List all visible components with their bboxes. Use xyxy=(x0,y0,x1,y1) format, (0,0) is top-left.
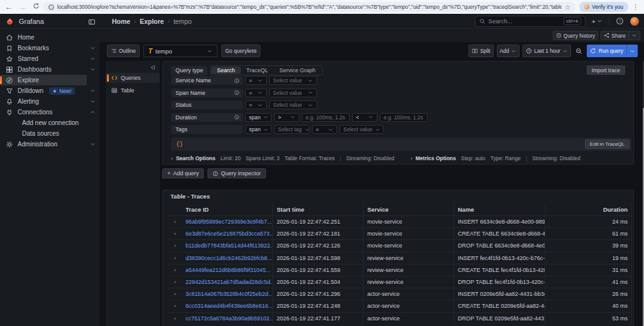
share-caret-icon[interactable] xyxy=(631,33,637,38)
go-queryless-button[interactable]: Go queryless xyxy=(221,45,260,57)
sidebar-item-dashboards[interactable]: Dashboards xyxy=(0,64,99,75)
sidebar-item-alerting[interactable]: Alerting xyxy=(0,96,99,107)
zoom-out-icon xyxy=(575,48,582,55)
trace-id-link[interactable]: 22942d153421ab7d5adad28dc5d... xyxy=(182,276,273,288)
datasource-picker[interactable]: T tempo xyxy=(143,45,218,57)
filter-select[interactable]: Select value xyxy=(340,125,384,134)
filter-select[interactable]: span xyxy=(245,113,272,122)
row-expander-icon[interactable]: › xyxy=(168,239,182,251)
verify-chip[interactable]: Verify it's you xyxy=(579,2,628,12)
filter-select[interactable]: = xyxy=(245,89,267,97)
bookmark-star-icon[interactable]: ☆ xyxy=(565,4,570,11)
sidebar-item-drilldown[interactable]: DrilldownNew! xyxy=(0,85,99,96)
collapse-outline-icon[interactable] xyxy=(148,64,155,71)
sidebar-item-data-sources[interactable]: Data sources xyxy=(0,128,99,139)
query-inspector-button[interactable]: Query inspector xyxy=(208,168,266,178)
filter-select[interactable]: = xyxy=(312,125,337,134)
share-button[interactable]: Share xyxy=(601,31,640,40)
add-query-button[interactable]: + Add query xyxy=(162,168,204,178)
trace-id-link[interactable]: b11dedb77843bfa514d44f613822... xyxy=(182,239,273,251)
duration-input[interactable]: e.g. 100ms, 1.2s xyxy=(302,113,350,122)
dock-menu-icon[interactable] xyxy=(88,18,96,26)
trace-id-link[interactable]: 96ab9f95889ec729369e3e9f4b7... xyxy=(182,215,273,227)
row-expander-icon[interactable]: › xyxy=(168,276,182,288)
browser-forward-icon[interactable]: → xyxy=(19,3,26,11)
row-expander-icon[interactable]: › xyxy=(168,300,182,312)
browser-menu-icon[interactable]: ⋮ xyxy=(632,3,639,11)
row-expander-icon[interactable]: › xyxy=(168,312,182,324)
search-options-toggle[interactable]: ›Search Options xyxy=(171,155,216,161)
sidebar-item-administration[interactable]: Administration xyxy=(0,139,99,149)
filter-select[interactable]: > xyxy=(274,113,299,122)
trace-id-link[interactable]: a54449fea212d6b8b86f9f31045... xyxy=(182,264,273,276)
query-history-button[interactable]: Query history xyxy=(553,31,599,40)
search-input[interactable]: Search... ctrl+k xyxy=(475,16,586,27)
outline-item-queries[interactable]: Queries xyxy=(106,73,160,83)
query-type-tab-service-graph[interactable]: Service Graph xyxy=(274,67,321,74)
breadcrumb-home[interactable]: Home xyxy=(112,18,130,25)
query-type-tab-traceql[interactable]: TraceQL xyxy=(241,67,274,74)
trace-id-link[interactable]: 6e3d87e6ce5e218875bd3cca573... xyxy=(182,227,273,239)
column-header-trace-id[interactable]: Trace ID xyxy=(182,203,273,215)
help-icon[interactable]: ? xyxy=(616,17,624,25)
import-trace-button[interactable]: Import trace xyxy=(587,65,625,75)
sidebar-item-add-new-connection[interactable]: Add new connection xyxy=(0,117,99,128)
column-header-duration[interactable]: Duration xyxy=(545,203,632,215)
site-info-icon[interactable]: ⓘ xyxy=(48,4,54,10)
row-expander-icon[interactable]: › xyxy=(168,227,182,239)
edit-in-traceql-button[interactable]: Edit in TraceQL xyxy=(585,139,630,149)
outline-icon xyxy=(111,48,117,54)
trace-id-link[interactable]: 3c81b14a067b3528b4c0f25eb2d... xyxy=(182,288,273,300)
filter-select[interactable]: = xyxy=(245,101,267,109)
filter-select[interactable]: span xyxy=(245,125,272,134)
column-header-start-time[interactable]: Start time xyxy=(273,203,364,215)
outline-button[interactable]: Outline xyxy=(107,45,140,57)
filter-select[interactable]: Select value xyxy=(269,76,317,85)
filter-select[interactable]: < xyxy=(352,113,377,122)
column-header-name[interactable]: Name xyxy=(454,203,545,215)
add-new-button[interactable]: + xyxy=(592,18,602,25)
add-dropdown-button[interactable]: Add xyxy=(497,45,520,57)
service-cell: movie-service xyxy=(364,215,454,227)
browser-reload-icon[interactable] xyxy=(33,3,40,11)
sidebar-item-home[interactable]: Home xyxy=(0,32,99,43)
duration-input[interactable]: e.g. 100ms, 1.2s xyxy=(380,113,428,122)
user-avatar[interactable] xyxy=(630,17,639,26)
sidebar-item-starred[interactable]: Starred xyxy=(0,53,99,64)
grafana-logo[interactable] xyxy=(6,17,14,25)
browser-url-bar[interactable]: ⓘ localhost:3000/explore?schemaVersion=1… xyxy=(43,2,575,12)
outline-item-table[interactable]: Table xyxy=(106,85,160,95)
row-expander-icon[interactable]: › xyxy=(168,288,182,300)
browser-back-icon[interactable]: ← xyxy=(5,3,13,11)
sidebar-item-bookmarks[interactable]: Bookmarks xyxy=(0,43,99,53)
run-query-button[interactable]: Run query xyxy=(587,45,638,57)
zoom-out-button[interactable] xyxy=(574,45,584,57)
query-type-tab-search[interactable]: Search xyxy=(211,67,241,74)
breadcrumb-separator: › xyxy=(134,18,136,24)
info-circle-icon xyxy=(234,114,240,120)
time-range-picker[interactable]: Last 1 hour xyxy=(523,45,570,57)
drilldown-icon xyxy=(6,87,13,95)
row-expander-icon[interactable]: › xyxy=(168,215,182,227)
metrics-options-toggle[interactable]: ›Metrics Options xyxy=(411,155,456,161)
column-header-service[interactable]: Service xyxy=(364,203,454,215)
sidebar-item-explore[interactable]: Explore xyxy=(0,75,87,85)
row-expander-icon[interactable]: › xyxy=(168,252,182,264)
row-expander-icon[interactable]: › xyxy=(168,264,182,276)
filter-select[interactable]: Select tag xyxy=(274,125,309,134)
bell-icon xyxy=(6,98,13,106)
trace-id-link[interactable]: cc75172c5a6784a3b90a9b59102... xyxy=(182,312,273,324)
filter-select[interactable]: Select value xyxy=(269,101,317,109)
trace-id-link[interactable]: 6cc0314aeed4b4f438ee6b8e616... xyxy=(182,300,273,312)
split-button[interactable]: Split xyxy=(469,45,493,57)
trace-id-link[interactable]: d38390cecc1d6cb2462b92bfcb8... xyxy=(182,252,273,264)
sidebar-item-connections[interactable]: Connections xyxy=(0,107,99,117)
breadcrumb-tempo[interactable]: tempo xyxy=(174,18,192,25)
run-query-caret[interactable] xyxy=(626,45,638,57)
filter-select[interactable]: Select value xyxy=(269,89,317,97)
filter-select[interactable]: = xyxy=(245,76,267,85)
plus-icon: + xyxy=(167,170,170,177)
breadcrumb-explore[interactable]: Explore xyxy=(140,18,164,25)
traceql-preview: {} Edit in TraceQL xyxy=(171,138,631,151)
header-divider xyxy=(609,18,609,25)
